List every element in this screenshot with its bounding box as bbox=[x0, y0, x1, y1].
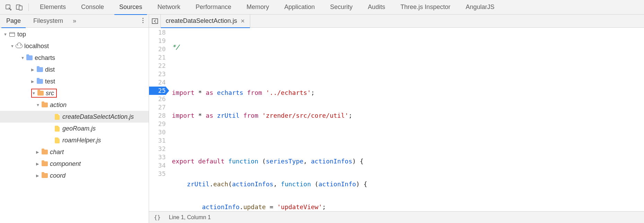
editor-pane: createDataSelectAction.js ✕ 18 19 20 21 … bbox=[149, 15, 644, 223]
tree-localhost[interactable]: ▼localhost bbox=[0, 40, 149, 52]
folder-icon bbox=[26, 55, 33, 60]
editor-nav-back-icon[interactable] bbox=[149, 15, 161, 28]
toolbar-divider bbox=[28, 3, 29, 11]
svg-point-3 bbox=[142, 18, 143, 19]
tree-dist[interactable]: ▶dist bbox=[0, 64, 149, 75]
tab-angular[interactable]: AngularJS bbox=[458, 0, 502, 15]
code-area[interactable]: 18 19 20 21 22 23 24 25 26 27 28 29 30 3… bbox=[149, 28, 644, 211]
folder-icon bbox=[41, 161, 49, 166]
tree-coord[interactable]: ▶coord bbox=[0, 170, 149, 181]
folder-icon bbox=[41, 102, 49, 107]
pretty-print-icon[interactable]: {} bbox=[154, 214, 160, 221]
svg-rect-6 bbox=[152, 19, 158, 24]
tree-action[interactable]: ▼action bbox=[0, 99, 149, 111]
line-number-gutter[interactable]: 18 19 20 21 22 23 24 25 26 27 28 29 30 3… bbox=[149, 28, 168, 211]
editor-status-bar: {} Line 1, Column 1 bbox=[149, 211, 644, 223]
tree-test[interactable]: ▶test bbox=[0, 75, 149, 87]
tree-component[interactable]: ▶component bbox=[0, 158, 149, 170]
close-icon[interactable]: ✕ bbox=[241, 18, 245, 24]
frame-icon bbox=[8, 32, 16, 37]
tab-console[interactable]: Console bbox=[73, 0, 112, 15]
svg-point-4 bbox=[142, 20, 143, 21]
cloud-icon bbox=[15, 44, 23, 48]
code-content[interactable]: */ import * as echarts from '../echarts'… bbox=[168, 28, 644, 211]
tree-src[interactable]: ▼src bbox=[0, 87, 149, 99]
tree-file-roamHelper[interactable]: ▶roamHelper.js bbox=[0, 134, 149, 146]
tab-network[interactable]: Network bbox=[150, 0, 188, 15]
editor-tabbar: createDataSelectAction.js ✕ bbox=[149, 15, 644, 28]
tab-audits[interactable]: Audits bbox=[360, 0, 393, 15]
tree-top[interactable]: ▼top bbox=[0, 28, 149, 40]
nav-tab-filesystem[interactable]: Filesystem bbox=[27, 15, 69, 28]
nav-tabs-overflow[interactable]: » bbox=[69, 17, 80, 25]
tree-file-geoRoam[interactable]: ▶geoRoam.js bbox=[0, 123, 149, 134]
file-icon bbox=[53, 126, 61, 132]
file-icon bbox=[53, 114, 61, 120]
svg-point-5 bbox=[142, 22, 143, 23]
tab-sources[interactable]: Sources bbox=[112, 0, 150, 15]
nav-tab-page[interactable]: Page bbox=[0, 15, 27, 28]
svg-rect-2 bbox=[19, 6, 22, 10]
folder-icon bbox=[36, 79, 44, 84]
device-toggle-icon[interactable] bbox=[14, 0, 25, 15]
file-icon bbox=[53, 137, 61, 143]
tab-elements[interactable]: Elements bbox=[32, 0, 73, 15]
breakpoint-line-25: 25 bbox=[149, 87, 166, 95]
tab-application[interactable]: Application bbox=[277, 0, 322, 15]
tab-memory[interactable]: Memory bbox=[239, 0, 277, 15]
tab-security[interactable]: Security bbox=[322, 0, 360, 15]
file-tab-createDataSelectAction[interactable]: createDataSelectAction.js ✕ bbox=[161, 15, 250, 28]
file-tree: ▼top ▼localhost ▼echarts ▶dist ▶test ▼sr… bbox=[0, 28, 149, 181]
navigator-pane: Page Filesystem » ▼top ▼localhost ▼echar… bbox=[0, 15, 149, 223]
main-panel: Page Filesystem » ▼top ▼localhost ▼echar… bbox=[0, 15, 644, 223]
folder-icon bbox=[37, 91, 44, 96]
folder-icon bbox=[36, 67, 44, 72]
main-tabs-bar: Elements Console Sources Network Perform… bbox=[0, 0, 644, 15]
folder-icon bbox=[41, 150, 49, 154]
tab-performance[interactable]: Performance bbox=[188, 0, 239, 15]
folder-icon bbox=[41, 173, 49, 178]
nav-more-icon[interactable] bbox=[142, 17, 149, 25]
tree-file-createDataSelectAction[interactable]: ▶createDataSelectAction.js bbox=[0, 111, 149, 123]
file-tab-label: createDataSelectAction.js bbox=[166, 17, 237, 25]
navigator-subtabs: Page Filesystem » bbox=[0, 15, 149, 28]
tree-echarts[interactable]: ▼echarts bbox=[0, 52, 149, 64]
tab-threejs[interactable]: Three.js Inspector bbox=[393, 0, 458, 15]
tree-chart[interactable]: ▶chart bbox=[0, 146, 149, 158]
cursor-position: Line 1, Column 1 bbox=[169, 214, 211, 221]
inspect-icon[interactable] bbox=[3, 0, 14, 15]
